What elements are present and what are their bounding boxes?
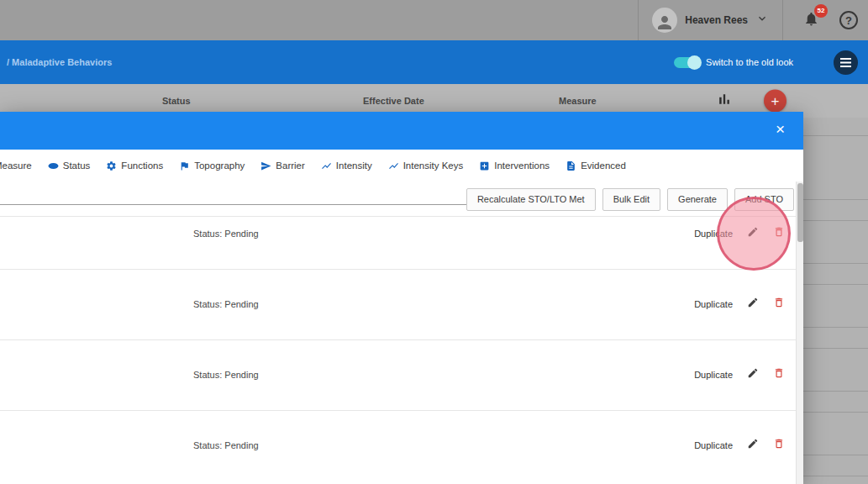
chevron-down-icon <box>755 12 769 29</box>
notifications-button[interactable]: 52 <box>803 11 819 30</box>
edit-button[interactable] <box>747 438 759 453</box>
delete-button[interactable] <box>773 438 785 453</box>
row-divider <box>803 476 868 476</box>
row-divider <box>803 455 868 455</box>
sto-row: Status: Pending Duplicate <box>0 222 803 245</box>
tab-label: Interventions <box>494 160 550 171</box>
behavior-details-modal: × Measure Status Functions Topography Ba… <box>0 112 803 484</box>
modal-scrollbar[interactable] <box>796 182 803 484</box>
edit-button[interactable] <box>747 297 759 312</box>
sto-row: Status: Pending Duplicate <box>0 434 803 457</box>
duplicate-button[interactable]: Duplicate <box>694 299 733 309</box>
nav-right: Switch to the old look <box>674 40 868 84</box>
toolbar-divider <box>0 216 803 217</box>
column-header-measure: Measure <box>559 96 597 106</box>
tab-label: Barrier <box>276 160 305 171</box>
modal-scrollbar-thumb[interactable] <box>797 183 803 242</box>
duplicate-button[interactable]: Duplicate <box>694 440 733 450</box>
chart-view-icon[interactable] <box>716 91 733 111</box>
pencil-icon <box>747 226 759 238</box>
notification-badge: 52 <box>814 4 828 18</box>
tab-measure[interactable]: Measure <box>0 160 32 171</box>
row-divider <box>0 410 803 411</box>
nav-bar: / Maladaptive Behaviors Switch to the ol… <box>0 40 868 84</box>
row-divider <box>0 339 803 340</box>
flag-icon <box>179 160 190 171</box>
dimmed-page-rows <box>803 118 868 484</box>
edit-button[interactable] <box>747 367 759 382</box>
trash-icon <box>773 226 785 238</box>
delete-button[interactable] <box>773 297 785 312</box>
delete-button[interactable] <box>773 226 785 241</box>
add-behavior-button[interactable]: + <box>764 90 786 113</box>
tab-intensity-keys[interactable]: Intensity Keys <box>388 160 464 171</box>
tab-label: Measure <box>0 160 32 171</box>
tab-intensity[interactable]: Intensity <box>321 160 372 171</box>
menu-button[interactable] <box>834 50 858 75</box>
row-divider <box>803 327 868 328</box>
pencil-icon <box>747 297 759 308</box>
sto-row: Status: Pending Duplicate <box>0 292 803 316</box>
row-divider <box>803 348 868 349</box>
header-actions: Heaven Rees 52 ? <box>638 0 868 40</box>
tab-label: Intensity <box>336 160 372 171</box>
trash-icon <box>773 438 785 450</box>
tab-interventions[interactable]: Interventions <box>479 160 550 171</box>
add-sto-button[interactable]: Add STO <box>734 188 794 211</box>
help-symbol: ? <box>845 14 852 27</box>
gear-icon <box>106 160 117 171</box>
bulk-edit-button[interactable]: Bulk Edit <box>602 188 660 211</box>
row-divider <box>0 269 803 270</box>
screen: Heaven Rees 52 ? / Maladaptive Behaviors… <box>0 0 868 484</box>
user-name: Heaven Rees <box>685 14 748 26</box>
row-divider <box>803 199 868 200</box>
delete-button[interactable] <box>773 367 785 382</box>
status-pill-icon <box>48 160 59 171</box>
pencil-icon <box>747 438 759 450</box>
generate-button[interactable]: Generate <box>667 188 728 211</box>
tab-barrier[interactable]: Barrier <box>260 160 305 171</box>
modal-header: × <box>0 112 803 150</box>
old-look-toggle[interactable] <box>674 57 699 68</box>
row-divider <box>803 391 868 392</box>
avatar <box>652 8 677 33</box>
trash-icon <box>773 297 785 308</box>
help-button[interactable]: ? <box>839 11 858 29</box>
row-divider <box>803 220 868 221</box>
tab-label: Evidenced <box>581 160 626 171</box>
user-menu[interactable]: Heaven Rees <box>638 0 783 40</box>
row-divider <box>803 135 868 136</box>
line-chart-icon <box>321 160 332 171</box>
row-divider <box>803 284 868 285</box>
tab-label: Functions <box>121 160 163 171</box>
duplicate-button[interactable]: Duplicate <box>694 370 733 380</box>
sto-row: Status: Pending Duplicate <box>0 363 803 387</box>
pencil-icon <box>747 367 759 379</box>
plus-square-icon <box>479 160 490 171</box>
breadcrumb[interactable]: / Maladaptive Behaviors <box>7 57 112 67</box>
edit-button[interactable] <box>747 226 759 241</box>
tab-label: Topography <box>194 160 245 171</box>
row-divider <box>803 412 868 413</box>
document-icon <box>566 160 576 171</box>
toggle-knob <box>687 55 702 70</box>
duplicate-button[interactable]: Duplicate <box>694 229 733 239</box>
barrier-icon <box>260 160 271 171</box>
sto-status-text: Status: Pending <box>193 440 259 450</box>
tab-evidenced[interactable]: Evidenced <box>566 160 626 171</box>
tab-topography[interactable]: Topography <box>179 160 245 171</box>
old-look-toggle-label: Switch to the old look <box>706 57 793 67</box>
tab-label: Intensity Keys <box>403 160 464 171</box>
plus-icon: + <box>771 92 780 109</box>
sto-status-text: Status: Pending <box>193 299 259 309</box>
tab-status[interactable]: Status <box>48 160 91 171</box>
close-button[interactable]: × <box>776 121 785 137</box>
trash-icon <box>773 367 785 379</box>
modal-tab-bar: Measure Status Functions Topography Barr… <box>0 150 803 182</box>
recalculate-sto-lto-button[interactable]: Recalculate STO/LTO Met <box>466 188 596 211</box>
tab-label: Status <box>63 160 91 171</box>
sto-status-text: Status: Pending <box>193 370 259 380</box>
sto-status-text: Status: Pending <box>193 229 259 239</box>
tab-functions[interactable]: Functions <box>106 160 163 171</box>
modal-toolbar: Recalculate STO/LTO Met Bulk Edit Genera… <box>0 182 803 217</box>
